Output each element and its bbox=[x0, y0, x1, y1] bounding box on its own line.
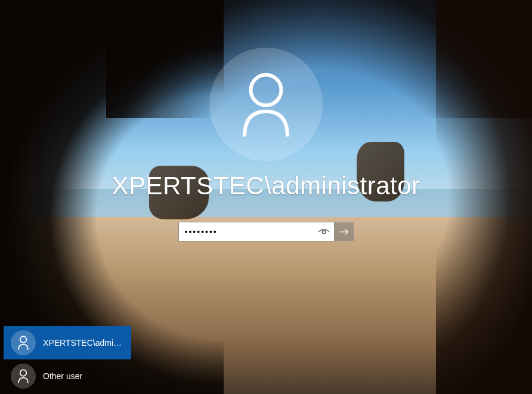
eye-icon bbox=[318, 228, 330, 236]
person-icon bbox=[17, 336, 29, 350]
user-item-other[interactable]: Other user bbox=[4, 359, 131, 393]
submit-button[interactable] bbox=[335, 222, 354, 241]
svg-point-4 bbox=[20, 336, 27, 343]
password-row bbox=[178, 222, 354, 241]
svg-point-0 bbox=[251, 75, 282, 106]
person-icon bbox=[17, 369, 29, 383]
user-item-label: XPERTSTEC\admin... bbox=[43, 338, 124, 348]
username-display: XPERTSTEC\administrator bbox=[112, 172, 420, 200]
reveal-password-button[interactable] bbox=[314, 222, 334, 241]
login-panel: XPERTSTEC\administrator bbox=[0, 48, 532, 241]
user-avatar bbox=[209, 48, 323, 161]
user-switcher-list: XPERTSTEC\admin... Other user bbox=[4, 326, 131, 393]
user-item-label: Other user bbox=[43, 371, 82, 381]
person-icon bbox=[239, 72, 293, 137]
password-input[interactable] bbox=[179, 222, 314, 241]
user-avatar-small bbox=[11, 330, 36, 355]
svg-point-2 bbox=[323, 231, 324, 232]
user-item-administrator[interactable]: XPERTSTEC\admin... bbox=[4, 326, 131, 359]
arrow-right-icon bbox=[339, 228, 349, 236]
user-avatar-small bbox=[11, 364, 36, 389]
svg-point-5 bbox=[20, 370, 27, 376]
password-box bbox=[178, 222, 335, 241]
